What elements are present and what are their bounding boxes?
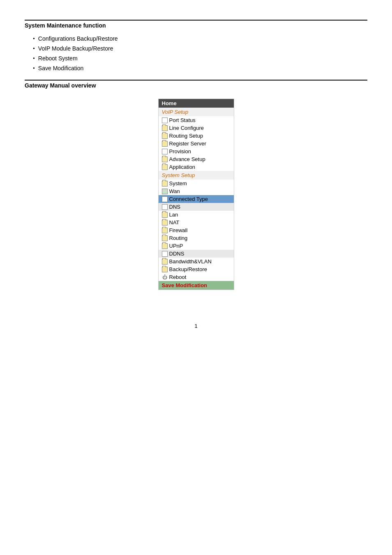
- top-divider-1: [25, 20, 367, 21]
- nav-item-advance-setup[interactable]: Advance Setup: [159, 155, 234, 163]
- nav-label: Application: [169, 164, 196, 170]
- folder-icon: [162, 243, 168, 249]
- nav-label: UPnP: [169, 243, 183, 249]
- folder-icon: [162, 157, 168, 162]
- nav-label: DNS: [169, 204, 180, 210]
- list-item-3: Reboot System: [33, 55, 367, 62]
- nav-item-dns[interactable]: DNS: [159, 203, 234, 211]
- nav-system-section: System Setup: [159, 171, 234, 180]
- nav-item-firewall[interactable]: Firewall: [159, 226, 234, 234]
- folder-icon: [162, 133, 168, 139]
- nav-label: Bandwidth&VLAN: [169, 258, 212, 265]
- folder-icon: [162, 267, 168, 272]
- nav-item-system[interactable]: System: [159, 180, 234, 187]
- folder-icon: [162, 228, 168, 233]
- nav-item-nat[interactable]: NAT: [159, 219, 234, 226]
- section1-list: Configurations Backup/Restore VoIP Modul…: [33, 35, 367, 71]
- folder-icon: [162, 212, 168, 218]
- nav-label: Routing Setup: [169, 133, 203, 139]
- folder-icon: [162, 220, 168, 226]
- nav-item-routing[interactable]: Routing: [159, 234, 234, 242]
- folder-icon: [162, 164, 168, 170]
- menu-container: Home VoIP Setup Port Status Line Configu…: [25, 99, 367, 290]
- doc-icon: [162, 251, 168, 257]
- nav-label: Wan: [169, 188, 180, 194]
- nav-item-bandwidth-vlan[interactable]: Bandwidth&VLAN: [159, 258, 234, 265]
- nav-label: DDNS: [169, 251, 184, 257]
- list-item-1: Configurations Backup/Restore: [33, 35, 367, 42]
- page-number: 1: [25, 323, 367, 329]
- folder-icon: [162, 141, 168, 147]
- nav-item-reboot[interactable]: ⏻ Reboot: [159, 273, 234, 281]
- nav-label: Register Server: [169, 140, 206, 147]
- nav-menu: Home VoIP Setup Port Status Line Configu…: [158, 99, 234, 290]
- reboot-icon: ⏻: [162, 274, 168, 280]
- nav-item-upnp[interactable]: UPnP: [159, 242, 234, 250]
- nav-voip-section: VoIP Setup: [159, 108, 234, 116]
- doc-icon: [162, 117, 168, 123]
- folder-icon: [162, 235, 168, 241]
- nav-save-modification[interactable]: Save Modification: [159, 281, 234, 290]
- doc-icon: [162, 196, 168, 202]
- nav-item-lan[interactable]: Lan: [159, 211, 234, 219]
- wan-icon: [162, 189, 168, 194]
- nav-item-wan[interactable]: Wan: [159, 187, 234, 195]
- nav-label: Line Configure: [169, 125, 204, 131]
- nav-label: NAT: [169, 219, 180, 226]
- section1-title: System Maintenance function: [25, 22, 367, 29]
- folder-icon: [162, 181, 168, 187]
- nav-label: Routing: [169, 235, 188, 241]
- nav-item-routing-setup[interactable]: Routing Setup: [159, 132, 234, 140]
- nav-item-application[interactable]: Application: [159, 163, 234, 171]
- top-divider-2: [25, 80, 367, 81]
- nav-label: System: [169, 180, 187, 187]
- nav-item-port-status[interactable]: Port Status: [159, 116, 234, 124]
- nav-item-line-configure[interactable]: Line Configure: [159, 124, 234, 132]
- folder-icon: [162, 125, 168, 131]
- list-item-4: Save Modification: [33, 65, 367, 71]
- nav-item-ddns[interactable]: DDNS: [159, 250, 234, 258]
- list-item-2: VoIP Module Backup/Restore: [33, 45, 367, 52]
- doc-icon: [162, 204, 168, 210]
- nav-item-connected-type[interactable]: Connected Type: [159, 195, 234, 203]
- nav-label: Reboot: [169, 274, 187, 280]
- nav-label: Lan: [169, 212, 178, 218]
- nav-home[interactable]: Home: [159, 99, 234, 108]
- nav-label: Connected Type: [169, 196, 208, 202]
- doc-icon: [162, 149, 168, 154]
- nav-label: Backup/Restore: [169, 266, 208, 272]
- section2-title: Gateway Manual overview: [25, 82, 367, 89]
- nav-item-provision[interactable]: Provision: [159, 147, 234, 155]
- nav-item-register-server[interactable]: Register Server: [159, 140, 234, 147]
- nav-label: Firewall: [169, 227, 188, 233]
- folder-icon: [162, 259, 168, 265]
- nav-label: Advance Setup: [169, 156, 205, 162]
- nav-label: Provision: [169, 148, 191, 154]
- nav-item-backup-restore[interactable]: Backup/Restore: [159, 265, 234, 273]
- nav-label: Port Status: [169, 117, 196, 123]
